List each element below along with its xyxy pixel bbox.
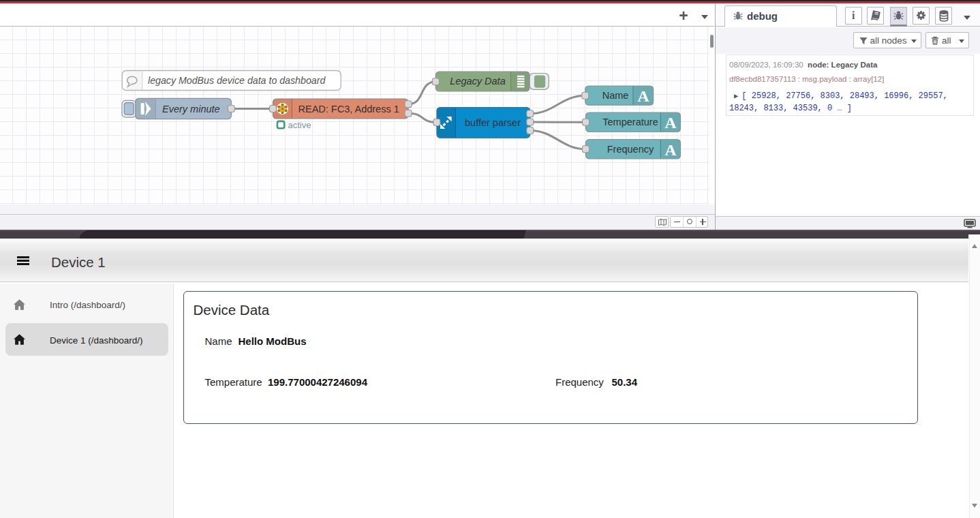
svg-text:Legacy Data: Legacy Data (450, 76, 505, 87)
svg-text:Frequency: Frequency (607, 144, 654, 155)
svg-text:A: A (637, 87, 649, 105)
svg-text:active: active (288, 120, 311, 130)
svg-text:Every minute: Every minute (162, 104, 220, 115)
svg-text:A: A (664, 114, 677, 132)
svg-text:Name: Name (602, 90, 629, 101)
svg-text:Temperature: Temperature (602, 117, 658, 127)
svg-text:READ: FC3, Address 1: READ: FC3, Address 1 (298, 104, 399, 115)
svg-text:legacy ModBus device data to d: legacy ModBus device data to dashboard (148, 75, 326, 86)
svg-text:A: A (664, 141, 677, 159)
svg-text:buffer parser: buffer parser (465, 117, 521, 128)
